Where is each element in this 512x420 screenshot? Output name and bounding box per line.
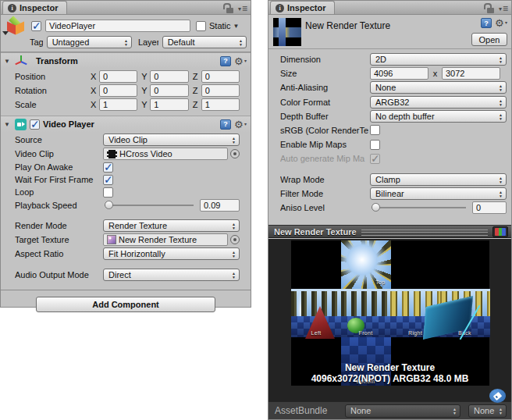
- dropdown-arrows-icon: [499, 84, 503, 92]
- aspect-ratio-row: Aspect Ratio Fit Horizontally: [15, 247, 240, 260]
- size-height-field[interactable]: [442, 67, 500, 80]
- play-on-awake-checkbox[interactable]: [103, 162, 113, 173]
- loop-checkbox[interactable]: [103, 187, 113, 198]
- anti-aliasing-row: Anti-Aliasing None: [280, 81, 507, 94]
- aniso-level-slider[interactable]: [370, 201, 468, 214]
- aniso-level-row: Aniso Level: [280, 201, 507, 214]
- asset-bundle-bar: AssetBundle None None: [268, 401, 511, 419]
- info-icon: [276, 4, 284, 12]
- gameobject-header: Static Tag Untagged Layer Default: [1, 15, 251, 52]
- position-y-field[interactable]: [150, 70, 188, 83]
- foldout-icon[interactable]: [4, 121, 12, 128]
- cubemap-face-top: Top: [341, 240, 391, 289]
- lock-icon[interactable]: [487, 8, 494, 13]
- asset-header: New Render Texture Open: [268, 15, 511, 49]
- play-on-awake-row: Play On Awake: [15, 162, 240, 173]
- scale-z-field[interactable]: [201, 98, 240, 111]
- aspect-ratio-dropdown[interactable]: Fit Horizontally: [103, 247, 240, 260]
- asset-labels-button[interactable]: [489, 389, 506, 403]
- rotation-z-field[interactable]: [201, 84, 240, 97]
- info-icon: [8, 4, 16, 12]
- source-row: Source Video Clip: [15, 133, 240, 146]
- video-player-icon: [15, 119, 27, 130]
- dropdown-arrows-icon: [124, 39, 128, 47]
- srgb-checkbox[interactable]: [370, 125, 380, 135]
- pane-menu-icon[interactable]: [238, 3, 247, 14]
- open-button[interactable]: Open: [471, 33, 507, 46]
- dimension-dropdown[interactable]: 2D: [370, 53, 507, 66]
- dropdown-arrows-icon: [232, 272, 236, 279]
- tag-icon: [493, 391, 502, 400]
- playback-speed-slider[interactable]: [103, 199, 195, 212]
- asset-bundle-variant-dropdown[interactable]: None: [468, 404, 507, 418]
- dimension-row: Dimension 2D: [280, 53, 507, 66]
- preview-channels-button[interactable]: [492, 226, 508, 237]
- active-checkbox[interactable]: [31, 21, 41, 31]
- source-dropdown[interactable]: Video Clip: [103, 133, 240, 146]
- cubemap-face-front: Front: [341, 289, 391, 337]
- tag-dropdown[interactable]: Untagged: [47, 36, 132, 48]
- playback-speed-field[interactable]: [200, 199, 240, 212]
- gameobject-name-field[interactable]: [45, 20, 190, 32]
- scale-y-field[interactable]: [150, 98, 188, 111]
- help-icon[interactable]: [481, 18, 492, 28]
- foldout-icon[interactable]: [4, 58, 12, 65]
- wrap-mode-dropdown[interactable]: Clamp: [370, 173, 507, 186]
- gear-icon[interactable]: [495, 18, 507, 28]
- dropdown-arrows-icon: [232, 137, 236, 144]
- tab-inspector[interactable]: Inspector: [2, 1, 67, 14]
- add-component-button[interactable]: Add Component: [36, 297, 215, 312]
- filter-mode-dropdown[interactable]: Bilinear: [370, 187, 507, 200]
- pane-menu-icon[interactable]: [499, 3, 508, 14]
- scale-x-field[interactable]: [99, 98, 137, 111]
- preview-splitter-header[interactable]: New Render Texture: [268, 225, 511, 238]
- size-row: Size x: [280, 67, 507, 80]
- enable-mip-maps-row: Enable Mip Maps: [280, 138, 507, 151]
- slider-knob[interactable]: [105, 201, 113, 209]
- rotation-y-field[interactable]: [150, 84, 188, 97]
- anti-aliasing-dropdown[interactable]: None: [370, 81, 507, 94]
- layer-dropdown[interactable]: Default: [162, 36, 247, 48]
- rgb-channels-icon: [495, 228, 506, 236]
- video-clip-object-field[interactable]: HCross Video: [103, 148, 228, 160]
- position-z-field[interactable]: [201, 70, 240, 83]
- video-player-header[interactable]: Video Player: [1, 116, 251, 132]
- video-clip-icon: [107, 150, 117, 158]
- gear-icon[interactable]: [234, 119, 247, 130]
- static-dropdown-icon[interactable]: [233, 23, 240, 30]
- position-x-field[interactable]: [99, 70, 137, 83]
- help-icon[interactable]: [220, 119, 231, 130]
- help-icon[interactable]: [220, 56, 231, 66]
- dropdown-arrows-icon: [499, 56, 503, 64]
- asset-thumbnail: [273, 18, 301, 46]
- size-width-field[interactable]: [370, 67, 428, 80]
- playback-speed-row: Playback Speed: [15, 199, 240, 212]
- gameobject-cube-icon[interactable]: [5, 17, 27, 34]
- rotation-x-field[interactable]: [99, 84, 137, 97]
- lock-icon[interactable]: [226, 8, 233, 13]
- audio-output-dropdown[interactable]: Direct: [103, 269, 240, 281]
- asset-bundle-dropdown[interactable]: None: [345, 404, 460, 418]
- video-player-component: Video Player Source Video Clip Video Cli…: [1, 116, 251, 286]
- object-picker-icon[interactable]: [230, 235, 240, 244]
- static-checkbox[interactable]: [196, 21, 206, 31]
- object-picker-icon[interactable]: [230, 149, 240, 158]
- tab-inspector[interactable]: Inspector: [270, 1, 335, 14]
- color-format-dropdown[interactable]: ARGB32: [370, 96, 507, 109]
- transform-header[interactable]: Transform: [1, 52, 251, 69]
- wait-first-frame-checkbox[interactable]: [103, 175, 113, 185]
- preview-info-text: New Render Texture 4096x3072(NPOT) ARGB3…: [268, 362, 511, 384]
- slider-knob[interactable]: [372, 203, 380, 212]
- render-mode-dropdown[interactable]: Render Texture: [103, 219, 240, 232]
- aniso-level-field[interactable]: [472, 201, 507, 214]
- target-texture-object-field[interactable]: New Render Texture: [103, 233, 228, 246]
- depth-buffer-dropdown[interactable]: No depth buffer: [370, 110, 507, 123]
- component-enabled-checkbox[interactable]: [30, 119, 40, 130]
- asset-bundle-label: AssetBundle: [275, 405, 345, 416]
- enable-mip-maps-checkbox[interactable]: [370, 140, 380, 150]
- gear-icon[interactable]: [234, 56, 247, 66]
- loop-row: Loop: [15, 187, 240, 198]
- filter-mode-row: Filter Mode Bilinear: [280, 187, 507, 200]
- scale-row: Scale X Y Z: [15, 98, 240, 111]
- tab-label: Inspector: [287, 3, 326, 12]
